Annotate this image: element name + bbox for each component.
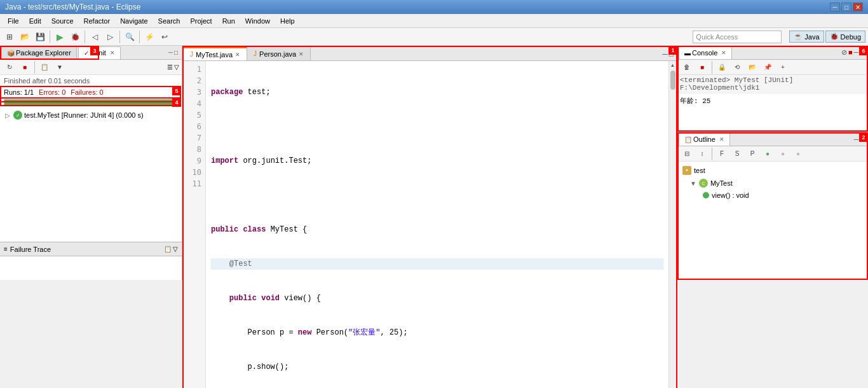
outline-sep	[712, 148, 712, 160]
console-clear-button[interactable]: ⊘	[841, 48, 847, 57]
new-button[interactable]: ⊞	[3, 30, 17, 44]
console-scroll-lock-button[interactable]: 🔒	[715, 60, 729, 74]
package-explorer-tab[interactable]: 📦 Package Explorer	[1, 46, 77, 59]
code-area[interactable]: package test; import org.junit.Test; pub…	[206, 61, 668, 388]
junit-filter-button[interactable]: ▼	[53, 60, 67, 74]
editor-tab-bar: J MyTest.java ✕ J Person.java ✕ ─ □	[184, 47, 676, 61]
progress-bar-fill	[4, 100, 177, 105]
java-perspective-button[interactable]: ☕ Java	[789, 31, 824, 43]
menu-search[interactable]: Search	[153, 16, 186, 26]
junit-tree-item[interactable]: ▷ ✓ test.MyTest [Runner: JUnit 4] (0.000…	[3, 109, 179, 121]
mytest-tab[interactable]: J MyTest.java ✕	[184, 47, 247, 60]
console-pin-button[interactable]: 📌	[761, 60, 775, 74]
mytest-tab-close[interactable]: ✕	[235, 52, 240, 58]
junit-rerun-button[interactable]: ↻	[3, 60, 17, 74]
console-clear-log-button[interactable]: 🗑	[680, 60, 694, 74]
menu-refactor[interactable]: Refactor	[79, 16, 116, 26]
failure-trace-controls: 📋 ▽	[164, 246, 178, 253]
debug-button[interactable]: 🐞	[68, 30, 82, 44]
next-error-button[interactable]: ⚡	[142, 30, 156, 44]
junit-tab[interactable]: ✓ JUnit ✕	[78, 46, 121, 59]
console-tab[interactable]: ▬ Console ✕	[679, 46, 732, 59]
console-stop-button[interactable]: ■	[848, 48, 853, 57]
menu-run[interactable]: Run	[217, 16, 240, 26]
console-new-button[interactable]: +	[776, 60, 790, 74]
left-minimize-button[interactable]: ─	[168, 49, 173, 56]
console-stop-btn[interactable]: ■	[695, 60, 709, 74]
menu-project[interactable]: Project	[185, 16, 217, 26]
class-label: MyTest	[710, 179, 733, 187]
vscroll-up[interactable]: ▲	[669, 61, 676, 69]
outline-hide-nonpublic-button[interactable]: P	[745, 147, 759, 161]
editor-vscroll[interactable]: ▲	[668, 61, 676, 388]
center-area: 1 J MyTest.java ✕ J Person.java ✕ ─ □	[182, 46, 677, 280]
console-close-icon[interactable]: ✕	[721, 50, 726, 56]
method-label: view() : void	[712, 191, 749, 199]
run-button[interactable]: ▶	[53, 30, 67, 44]
java-perspective-icon: ☕	[794, 32, 803, 41]
menu-window[interactable]: Window	[240, 16, 275, 26]
outline-hide-fields-button[interactable]: F	[715, 147, 729, 161]
editor-minimize-button[interactable]: ─	[662, 50, 668, 59]
menu-edit[interactable]: Edit	[24, 16, 46, 26]
forward-button[interactable]: ▷	[103, 30, 117, 44]
open-button[interactable]: 📂	[18, 30, 32, 44]
debug-perspective-button[interactable]: 🐞 Debug	[825, 31, 865, 43]
minimize-button[interactable]: ─	[830, 3, 840, 11]
menu-navigate[interactable]: Navigate	[115, 16, 153, 26]
toolbar: ⊞ 📂 💾 ▶ 🐞 ◁ ▷ 🔍 ⚡ ↩ Quick Access ☕ Java …	[0, 28, 868, 46]
vscroll-thumb[interactable]	[670, 71, 675, 90]
outline-hide-static-button[interactable]: S	[730, 147, 744, 161]
tree-expand-icon[interactable]: ▷	[5, 112, 11, 119]
menu-source[interactable]: Source	[46, 16, 79, 26]
outline-pkg-item[interactable]: ✦ test	[680, 164, 865, 177]
console-open-file-button[interactable]: 📂	[745, 60, 759, 74]
package-explorer-label: Package Explorer	[16, 49, 71, 57]
close-button[interactable]: ✕	[853, 3, 863, 11]
class-expand-icon[interactable]: ▼	[690, 180, 696, 187]
outline-maximize-button[interactable]: □	[860, 135, 864, 143]
toolbar-sep-4	[139, 31, 140, 43]
outline-method-item[interactable]: view() : void	[680, 190, 865, 201]
outline-sort-button[interactable]: ↕	[695, 147, 709, 161]
console-minimize-button[interactable]: ─	[854, 48, 859, 57]
console-panel: 6 ▬ Console ✕ ⊘ ■ ─ □ 🗑 ■ 🔒	[677, 46, 868, 132]
menu-file[interactable]: File	[3, 16, 24, 26]
outline-class-item[interactable]: ▼ C MyTest	[680, 177, 865, 190]
search-button[interactable]: 🔍	[123, 30, 137, 44]
back-button[interactable]: ◁	[88, 30, 102, 44]
person-tab-close[interactable]: ✕	[299, 51, 304, 57]
outline-minimize-button[interactable]: ─	[854, 135, 859, 143]
console-word-wrap-button[interactable]: ⟲	[730, 60, 744, 74]
failure-trace-header: ≡ Failure Trace 📋 ▽	[0, 242, 182, 256]
menu-help[interactable]: Help	[275, 16, 300, 26]
failure-filter-button[interactable]: ▽	[173, 246, 178, 253]
junit-close-icon[interactable]: ✕	[110, 50, 115, 56]
quick-access-input[interactable]: Quick Access	[693, 31, 782, 43]
left-panel: 3 📦 Package Explorer ✓ JUnit ✕ ─ □ ↻ ■ 📋	[0, 46, 182, 280]
outline-sync3-button[interactable]: ●	[791, 147, 805, 161]
junit-stop-button[interactable]: ■	[18, 60, 32, 74]
junit-view-button-2[interactable]: ▽	[174, 64, 179, 71]
left-maximize-button[interactable]: □	[174, 49, 178, 56]
outline-collapse-button[interactable]: ⊟	[680, 147, 694, 161]
failure-copy-button[interactable]: 📋	[164, 246, 172, 253]
restore-button[interactable]: □	[841, 3, 851, 11]
outline-sync-button[interactable]: ●	[761, 147, 775, 161]
person-tab[interactable]: J Person.java ✕	[247, 47, 311, 60]
junit-view-button-1[interactable]: ☰	[167, 64, 173, 71]
outline-sync2-button[interactable]: ●	[776, 147, 790, 161]
outline-tab[interactable]: 📋 Outline ✕	[679, 133, 730, 146]
console-maximize-button[interactable]: □	[860, 48, 864, 57]
console-controls: ⊘ ■ ─ □	[841, 48, 867, 57]
junit-history-button[interactable]: 📋	[37, 60, 51, 74]
code-line-7: public void view() {	[211, 293, 663, 304]
prev-error-button[interactable]: ↩	[158, 30, 172, 44]
code-line-9: p.show();	[211, 361, 663, 373]
outline-close-icon[interactable]: ✕	[719, 136, 724, 142]
line-num-10: 10	[184, 167, 205, 178]
class-icon: C	[699, 179, 708, 188]
line-num-11: 11	[184, 178, 205, 190]
editor-content: 1 2 3 4 5 6 7 8 9 10 11 package test; im…	[184, 61, 676, 388]
save-button[interactable]: 💾	[33, 30, 47, 44]
